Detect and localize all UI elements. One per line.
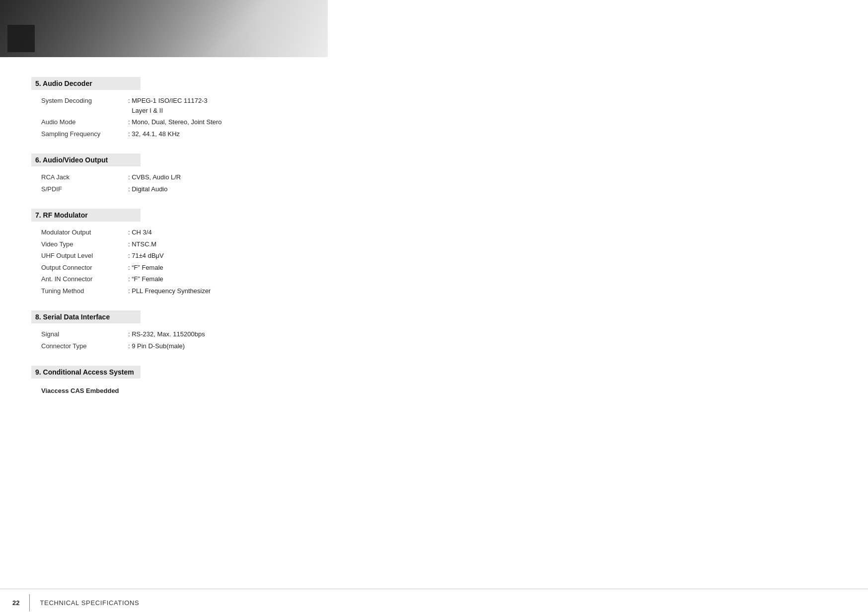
spec-value: : PLL Frequency Synthesizer — [128, 286, 211, 296]
spec-row: Ant. IN Connector : “F” Female — [41, 274, 339, 284]
spec-table-serial-data: Signal : RS-232, Max. 115200bps Connecto… — [41, 329, 339, 351]
spec-value: : Digital Audio — [128, 184, 168, 194]
spec-value: : 71±4 dBμV — [128, 251, 164, 261]
spec-value: : Mono, Dual, Stereo, Joint Stero — [128, 117, 222, 127]
section-audio-video-output: 6. Audio/Video Output RCA Jack : CVBS, A… — [31, 154, 339, 194]
spec-row: RCA Jack : CVBS, Audio L/R — [41, 172, 339, 182]
spec-label: Modulator Output — [41, 228, 128, 237]
main-content: 5. Audio Decoder System Decoding : MPEG-… — [31, 77, 339, 409]
spec-row: Output Connector : “F” Female — [41, 263, 339, 273]
spec-label: Output Connector — [41, 263, 128, 273]
spec-value: : MPEG-1 ISO/IEC 11172-3 Layer I & II — [128, 96, 208, 115]
spec-value: : 9 Pin D-Sub(male) — [128, 341, 185, 351]
section-header-audio-video-output: 6. Audio/Video Output — [31, 154, 141, 166]
spec-label: Signal — [41, 329, 128, 339]
spec-table-audio-video-output: RCA Jack : CVBS, Audio L/R S/PDIF : Digi… — [41, 172, 339, 194]
spec-label: UHF Output Level — [41, 251, 128, 261]
spec-value: : RS-232, Max. 115200bps — [128, 329, 205, 339]
spec-table-rf-modulator: Modulator Output : CH 3/4 Video Type : N… — [41, 228, 339, 296]
spec-row: S/PDIF : Digital Audio — [41, 184, 339, 194]
spec-row: Connector Type : 9 Pin D-Sub(male) — [41, 341, 339, 351]
spec-label: Connector Type — [41, 341, 128, 351]
header-banner — [0, 0, 328, 57]
footer-page-number: 22 — [12, 599, 19, 607]
spec-row: UHF Output Level : 71±4 dBμV — [41, 251, 339, 261]
section-conditional-access: 9. Conditional Access System Viaccess CA… — [31, 366, 339, 394]
section-header-conditional-access: 9. Conditional Access System — [31, 366, 141, 379]
spec-row: Signal : RS-232, Max. 115200bps — [41, 329, 339, 339]
spec-row: Audio Mode : Mono, Dual, Stereo, Joint S… — [41, 117, 339, 127]
spec-value: : NTSC.M — [128, 239, 156, 249]
spec-label: S/PDIF — [41, 184, 128, 194]
footer-title: TECHNICAL SPECIFICATIONS — [40, 599, 139, 607]
viaccess-line: Viaccess CAS Embedded — [41, 387, 339, 394]
spec-label: Sampling Frequency — [41, 129, 128, 139]
spec-value: : “F” Female — [128, 274, 163, 284]
spec-label: Video Type — [41, 239, 128, 249]
section-audio-decoder: 5. Audio Decoder System Decoding : MPEG-… — [31, 77, 339, 139]
section-rf-modulator: 7. RF Modulator Modulator Output : CH 3/… — [31, 209, 339, 296]
spec-row: Tuning Method : PLL Frequency Synthesize… — [41, 286, 339, 296]
spec-label: System Decoding — [41, 96, 128, 115]
spec-table-audio-decoder: System Decoding : MPEG-1 ISO/IEC 11172-3… — [41, 96, 339, 139]
section-header-audio-decoder: 5. Audio Decoder — [31, 77, 141, 90]
header-square — [7, 25, 35, 52]
spec-row: System Decoding : MPEG-1 ISO/IEC 11172-3… — [41, 96, 339, 115]
spec-row: Modulator Output : CH 3/4 — [41, 228, 339, 237]
spec-value: : 32, 44.1, 48 KHz — [128, 129, 180, 139]
footer-divider — [29, 594, 30, 612]
spec-value: : “F” Female — [128, 263, 163, 273]
section-serial-data: 8. Serial Data Interface Signal : RS-232… — [31, 310, 339, 351]
spec-value: : CVBS, Audio L/R — [128, 172, 181, 182]
spec-label: Ant. IN Connector — [41, 274, 128, 284]
spec-label: Tuning Method — [41, 286, 128, 296]
footer: 22 TECHNICAL SPECIFICATIONS — [0, 589, 868, 616]
spec-row: Sampling Frequency : 32, 44.1, 48 KHz — [41, 129, 339, 139]
spec-label: RCA Jack — [41, 172, 128, 182]
section-header-serial-data: 8. Serial Data Interface — [31, 310, 141, 323]
spec-value: : CH 3/4 — [128, 228, 152, 237]
section-header-rf-modulator: 7. RF Modulator — [31, 209, 141, 222]
spec-label: Audio Mode — [41, 117, 128, 127]
spec-row: Video Type : NTSC.M — [41, 239, 339, 249]
